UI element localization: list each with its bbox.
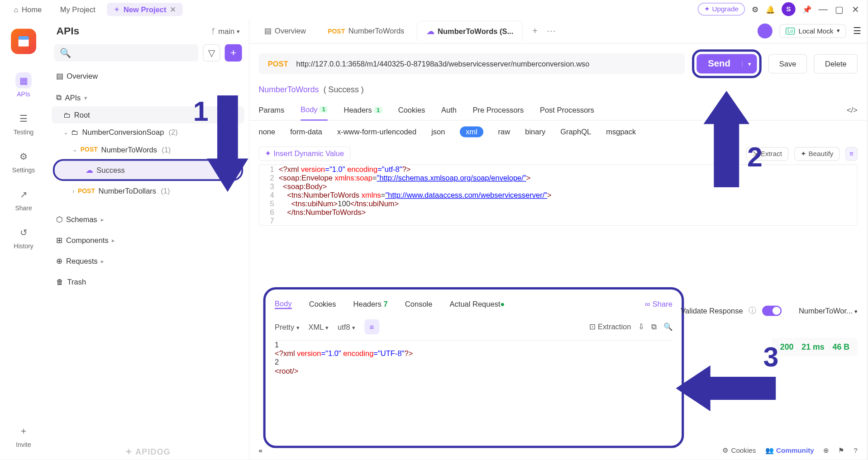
resptab-body[interactable]: Body <box>275 299 292 309</box>
bodytype-form[interactable]: form-data <box>290 128 322 136</box>
resptab-headers[interactable]: Headers 7 <box>353 299 388 308</box>
tab-my-project[interactable]: My Project <box>53 3 102 16</box>
insert-dynamic-button[interactable]: ✦Insert Dynamic Value <box>259 147 351 161</box>
tab-overview[interactable]: ▤Overview <box>255 20 315 41</box>
chevron-down-icon[interactable]: ▾ <box>742 61 757 67</box>
reqtab-auth[interactable]: Auth <box>441 100 457 120</box>
sidebar-trash[interactable]: 🗑Trash <box>52 273 244 290</box>
more-icon[interactable]: ⋯ <box>547 25 556 36</box>
pretty-selector[interactable]: Pretty ▾ <box>275 322 299 331</box>
response-body-editor[interactable]: 1<?xml version="1.0" encoding="UTF-8"?> … <box>275 340 672 438</box>
rail-apis[interactable]: ▦APIs <box>15 72 32 98</box>
wrap-button[interactable]: ≡ <box>845 147 858 160</box>
validate-toggle[interactable] <box>762 306 782 316</box>
feedback-icon[interactable]: ⊕ <box>823 446 829 455</box>
reqtab-cookies[interactable]: Cookies <box>398 100 425 120</box>
response-status: 200 21 ms 46 B <box>772 338 858 356</box>
bodytype-graphql[interactable]: GraphQL <box>560 128 591 136</box>
schema-icon: ⬡ <box>56 215 62 224</box>
close-icon[interactable]: ✕ <box>170 5 176 14</box>
beautify-button[interactable]: ✦Beautify <box>794 147 840 160</box>
tab-new-project[interactable]: ✦New Project✕ <box>107 3 183 16</box>
tab-home[interactable]: ⌂Home <box>7 3 48 16</box>
rail-history[interactable]: ↺History <box>14 224 33 249</box>
rail-invite[interactable]: ＋Invite <box>15 423 32 448</box>
bodytype-xml[interactable]: xml <box>460 126 483 137</box>
bodytype-json[interactable]: json <box>431 128 445 136</box>
sidebar-overview[interactable]: ▤Overview <box>52 67 244 85</box>
save-button[interactable]: Save <box>768 54 807 73</box>
collapse-icon[interactable]: « <box>259 446 262 455</box>
rail-share[interactable]: ↗Share <box>15 186 32 211</box>
sidebar-requests[interactable]: ⊕Requests▸ <box>52 252 244 270</box>
chevron-down-icon: ▾ <box>352 324 355 331</box>
search-input[interactable]: 🔍 <box>54 44 198 62</box>
chevron-down-icon: ⌄ <box>63 129 68 135</box>
save-response-icon[interactable]: ⇩ <box>638 322 644 331</box>
send-button[interactable]: Send ▾ <box>696 54 757 73</box>
help-icon[interactable]: ? <box>854 446 857 455</box>
share-button[interactable]: ∞Share <box>645 299 672 308</box>
copy-icon[interactable]: ⧉ <box>651 322 656 331</box>
bodytype-urlenc[interactable]: x-www-form-urlencoded <box>337 128 416 136</box>
add-button[interactable]: + <box>225 44 242 62</box>
code-icon[interactable]: </> <box>847 106 858 114</box>
discord-icon: 👥 <box>765 446 774 455</box>
menu-icon[interactable]: ☰ <box>853 25 861 36</box>
reqtab-post[interactable]: Post Processors <box>540 100 594 120</box>
close-icon[interactable]: ✕ <box>851 6 860 13</box>
upgrade-button[interactable]: ✦Upgrade <box>698 3 745 15</box>
rail-testing[interactable]: ☰Testing <box>14 110 33 136</box>
format-selector[interactable]: XML ▾ <box>308 322 328 331</box>
bug-icon[interactable]: ⚑ <box>838 446 844 455</box>
url-input[interactable]: POST http://127.0.0.1:3658/m1/440325-0-8… <box>259 53 685 74</box>
community-link[interactable]: 👥Community <box>765 446 814 455</box>
bodytype-msgpack[interactable]: msgpack <box>606 128 636 136</box>
extraction-button[interactable]: ⊡ Extraction <box>589 322 631 331</box>
resptab-console[interactable]: Console <box>405 299 433 308</box>
gear-icon[interactable]: ⚙ <box>752 5 758 14</box>
wrap-toggle[interactable]: ≡ <box>364 319 379 334</box>
info-icon[interactable]: ⓘ <box>749 306 756 316</box>
bottom-bar: « ⚙Cookies 👥Community ⊕ ⚑ ? <box>249 441 867 460</box>
mock-selector[interactable]: LoLocal Mock▾ <box>779 24 846 38</box>
chevron-down-icon: ▾ <box>854 308 857 314</box>
send-highlight: Send ▾ <box>692 49 762 78</box>
chevron-down-icon: ▾ <box>237 28 239 34</box>
request-body-editor[interactable]: 1<?xml version="1.0" encoding="utf-8"?> … <box>259 164 858 226</box>
example-selector[interactable]: NumberToWor... ▾ <box>799 307 858 315</box>
app-logo[interactable] <box>11 29 36 54</box>
avatar[interactable]: S <box>782 2 795 16</box>
encoding-selector[interactable]: utf8 ▾ <box>338 322 355 331</box>
chevron-down-icon: ▾ <box>325 324 328 331</box>
sidebar-components[interactable]: ⊞Components▸ <box>52 232 244 249</box>
maximize-icon[interactable]: ▢ <box>835 6 844 13</box>
minimize-icon[interactable]: — <box>818 6 827 13</box>
bodytype-binary[interactable]: binary <box>525 128 545 136</box>
reqtab-pre[interactable]: Pre Processors <box>472 100 524 120</box>
resptab-cookies[interactable]: Cookies <box>309 299 336 308</box>
branch-selector[interactable]: ᚶmain▾ <box>211 27 239 36</box>
chevron-down-icon: ▾ <box>296 324 299 331</box>
sidebar-schemas[interactable]: ⬡Schemas▸ <box>52 211 244 228</box>
delete-button[interactable]: Delete <box>814 54 858 73</box>
reqtab-params[interactable]: Params <box>259 100 285 120</box>
tab-numbertowords[interactable]: POSTNumberToWords <box>319 20 414 41</box>
folder-icon: 🗀 <box>71 128 79 137</box>
filter-button[interactable]: ▽ <box>203 44 220 62</box>
tab-numbertowords-success[interactable]: ☁NumberToWords (S... <box>417 20 523 41</box>
reqtab-headers[interactable]: Headers1 <box>343 100 382 120</box>
cookies-link[interactable]: ⚙Cookies <box>722 446 756 455</box>
bodytype-none[interactable]: none <box>259 128 276 136</box>
add-tab-icon[interactable]: + <box>526 26 543 36</box>
folder-icon: 🗀 <box>63 110 71 119</box>
bell-icon[interactable]: 🔔 <box>766 5 775 14</box>
resptab-actual[interactable]: Actual Request● <box>450 299 505 308</box>
chevron-right-icon: ▸ <box>101 258 104 264</box>
rail-settings[interactable]: ⚙Settings <box>12 148 35 174</box>
pin-icon[interactable]: 📌 <box>802 5 811 14</box>
search-icon[interactable]: 🔍 <box>663 322 672 331</box>
bodytype-raw[interactable]: raw <box>498 128 510 136</box>
reqtab-body[interactable]: Body1 <box>300 100 328 120</box>
env-indicator[interactable] <box>758 23 773 38</box>
